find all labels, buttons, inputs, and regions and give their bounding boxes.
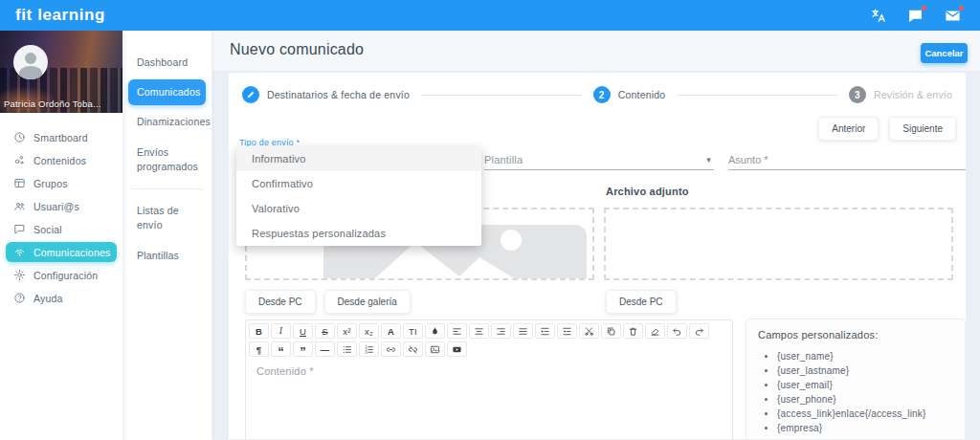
link-icon[interactable] bbox=[381, 341, 401, 357]
edit-icon bbox=[242, 86, 259, 103]
step-number: 3 bbox=[849, 86, 866, 103]
users-icon bbox=[13, 200, 26, 212]
text-size-icon[interactable]: TI bbox=[403, 323, 423, 339]
eraser-icon[interactable] bbox=[645, 323, 665, 339]
stepper-step-1[interactable]: Destinatarios & fecha de envío bbox=[242, 86, 410, 103]
contenido-textarea[interactable]: Contenido * bbox=[246, 357, 732, 414]
asunto-field bbox=[728, 149, 966, 170]
submenu-item-env-os-programados[interactable]: Envíos programados bbox=[128, 140, 206, 180]
dropdown-option-confirmativo[interactable]: Confirmativo bbox=[236, 171, 481, 196]
desde-galer-a-button[interactable]: Desde galería bbox=[324, 290, 411, 314]
cancel-button[interactable]: Cancelar bbox=[921, 43, 968, 63]
mail-icon[interactable] bbox=[945, 8, 961, 24]
sidebar-item-label: Social bbox=[33, 224, 62, 235]
submenu-item-dinamizaciones[interactable]: Dinamizaciones bbox=[128, 109, 206, 135]
delete-icon[interactable] bbox=[623, 323, 643, 339]
sidebar-item-social[interactable]: Social bbox=[6, 219, 117, 239]
sidebar-item-usuari-s[interactable]: Usuari@s bbox=[6, 196, 117, 216]
highlight-icon[interactable] bbox=[425, 323, 445, 339]
horizontal-rule-icon[interactable]: — bbox=[315, 341, 335, 357]
quote-close-icon[interactable]: ” bbox=[293, 341, 313, 357]
video-icon[interactable] bbox=[447, 341, 467, 357]
app-logo: fit learning bbox=[15, 6, 105, 25]
cut-icon[interactable] bbox=[579, 323, 599, 339]
svg-text:3: 3 bbox=[365, 350, 367, 354]
attachment-dropzone[interactable] bbox=[604, 208, 953, 280]
plantilla-select[interactable]: Plantilla bbox=[484, 149, 714, 170]
submenu-item-comunicados[interactable]: Comunicados bbox=[128, 79, 206, 105]
sidebar-item-contenidos[interactable]: Contenidos bbox=[6, 150, 117, 170]
undo-icon[interactable] bbox=[667, 323, 687, 339]
subscript-icon[interactable]: x₂ bbox=[359, 323, 379, 339]
underline-icon[interactable]: U bbox=[293, 323, 313, 339]
page-title: Nuevo comunicado bbox=[230, 41, 364, 58]
bold-icon[interactable]: B bbox=[249, 323, 269, 339]
main-content: Nuevo comunicado Cancelar Destinatarios … bbox=[212, 31, 980, 440]
submenu-item-listas-de-env-o[interactable]: Listas de envío bbox=[128, 198, 206, 238]
campos-personalizados-panel: Campos personalizados: {user_name}{user_… bbox=[746, 319, 966, 440]
asunto-input[interactable] bbox=[728, 149, 966, 169]
ordered-list-icon[interactable]: 123 bbox=[359, 341, 379, 357]
sidebar-item-label: Comunicaciones bbox=[33, 247, 110, 258]
image-upload-buttons: Desde PCDesde galería bbox=[245, 290, 411, 314]
tipo-envio-dropdown: InformativoConfirmativoValorativoRespues… bbox=[236, 146, 481, 246]
paragraph-icon[interactable]: ¶ bbox=[249, 341, 269, 357]
strikethrough-icon[interactable]: S bbox=[315, 323, 335, 339]
sidebar-item-ayuda[interactable]: Ayuda bbox=[6, 288, 117, 308]
submenu-item-plantillas[interactable]: Plantillas bbox=[128, 243, 206, 269]
campos-item: {user_phone} bbox=[777, 392, 953, 407]
image-icon[interactable] bbox=[425, 341, 445, 357]
attachment-upload-buttons: Desde PC bbox=[606, 290, 677, 314]
sidebar-item-label: Usuari@s bbox=[33, 201, 79, 212]
stepper: Destinatarios & fecha de envío2Contenido… bbox=[242, 82, 952, 107]
sidebar-item-configuraci-n[interactable]: Configuración bbox=[6, 265, 117, 285]
desde-pc-button[interactable]: Desde PC bbox=[245, 290, 316, 314]
stepper-step-2[interactable]: 2Contenido bbox=[593, 86, 666, 103]
profile-card[interactable]: Patricia Ordoño Toba... bbox=[0, 31, 122, 113]
previous-button[interactable]: Anterior bbox=[818, 117, 879, 141]
align-left-icon[interactable] bbox=[447, 323, 467, 339]
sidebar-item-label: Smartboard bbox=[33, 132, 88, 143]
dropdown-option-valorativo[interactable]: Valorativo bbox=[236, 196, 481, 221]
stepper-step-3[interactable]: 3Revisión & envío bbox=[849, 86, 952, 103]
gear-icon bbox=[13, 269, 26, 281]
unlink-icon[interactable] bbox=[403, 341, 423, 357]
align-center-icon[interactable] bbox=[469, 323, 489, 339]
step-label: Destinatarios & fecha de envío bbox=[267, 89, 410, 100]
quote-open-icon[interactable]: “ bbox=[271, 341, 291, 357]
font-color-icon[interactable]: A bbox=[381, 323, 401, 339]
submenu-divider bbox=[131, 188, 203, 189]
copy-icon[interactable] bbox=[601, 323, 621, 339]
chat-icon[interactable] bbox=[907, 8, 924, 24]
sidebar-item-label: Grupos bbox=[33, 178, 68, 189]
campos-item: {empresa} bbox=[777, 421, 953, 435]
step-label: Revisión & envío bbox=[874, 89, 952, 100]
unordered-list-icon[interactable] bbox=[337, 341, 357, 357]
desde-pc-button[interactable]: Desde PC bbox=[606, 290, 677, 314]
dropdown-option-respuestas-personalizadas[interactable]: Respuestas personalizadas bbox=[236, 221, 481, 246]
step-label: Contenido bbox=[618, 89, 666, 100]
superscript-icon[interactable]: x² bbox=[337, 323, 357, 339]
align-right-icon[interactable] bbox=[491, 323, 511, 339]
outdent-icon[interactable] bbox=[557, 323, 577, 339]
sidebar-item-comunicaciones[interactable]: Comunicaciones bbox=[6, 242, 117, 262]
align-justify-icon[interactable] bbox=[513, 323, 533, 339]
grid-icon bbox=[13, 177, 26, 189]
italic-icon[interactable]: I bbox=[271, 323, 291, 339]
redo-icon[interactable] bbox=[689, 323, 709, 339]
campos-item: {user_name} bbox=[777, 349, 953, 363]
submenu-item-dashboard[interactable]: Dashboard bbox=[128, 50, 206, 76]
indent-icon[interactable] bbox=[535, 323, 555, 339]
bubbles-icon bbox=[13, 154, 26, 166]
wizard-card: Destinatarios & fecha de envío2Contenido… bbox=[228, 72, 967, 440]
next-button[interactable]: Siguiente bbox=[889, 117, 956, 141]
stepper-connector bbox=[677, 95, 837, 96]
wizard-nav-buttons: Anterior Siguiente bbox=[818, 117, 956, 141]
sidebar-item-smartboard[interactable]: Smartboard bbox=[6, 127, 117, 147]
caret-down-icon bbox=[706, 155, 714, 165]
campos-item: {access_link}enlace{/access_link} bbox=[777, 407, 953, 421]
sidebar-item-grupos[interactable]: Grupos bbox=[6, 173, 117, 193]
signal-icon bbox=[13, 246, 26, 258]
dropdown-option-informativo[interactable]: Informativo bbox=[236, 146, 481, 171]
translate-icon[interactable] bbox=[870, 8, 886, 24]
